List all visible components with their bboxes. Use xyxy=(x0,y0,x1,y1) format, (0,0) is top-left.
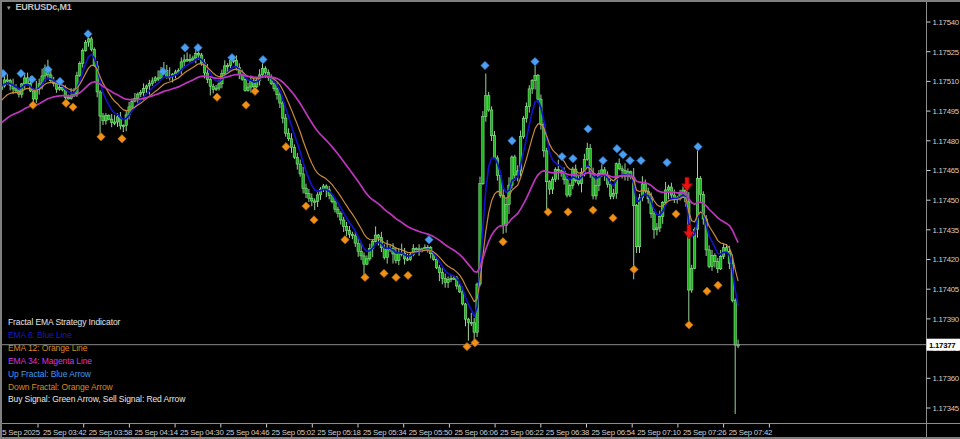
chart-title-bar: ▾ EURUSDc,M1 xyxy=(7,2,72,12)
down-fractal-marker xyxy=(62,99,70,107)
candle xyxy=(316,195,318,202)
candle xyxy=(569,186,571,196)
candle xyxy=(717,262,719,269)
candle xyxy=(464,304,466,319)
candle xyxy=(725,248,727,252)
candle xyxy=(354,236,356,243)
candle xyxy=(302,174,304,188)
legend-line-4: Up Fractal: Blue Arrow xyxy=(8,368,185,381)
price-axis-label: 1.17540 xyxy=(933,18,960,27)
candle xyxy=(299,164,301,174)
candle xyxy=(441,273,443,279)
candle xyxy=(467,319,469,322)
candle xyxy=(459,286,461,292)
candle xyxy=(609,184,611,196)
price-axis[interactable]: 1.175401.175251.175101.174951.174801.174… xyxy=(927,18,960,413)
down-fractal-marker xyxy=(672,210,680,218)
up-fractal-marker xyxy=(613,145,621,153)
symbol-period-label: EURUSDc,M1 xyxy=(16,2,72,12)
candle xyxy=(348,231,350,235)
time-axis[interactable]: 25 Sep 202525 Sep 03:4225 Sep 03:5825 Se… xyxy=(0,424,772,437)
candle xyxy=(6,80,8,81)
up-fractal-marker xyxy=(17,69,25,77)
candle xyxy=(140,92,142,94)
candle xyxy=(90,39,92,50)
candle xyxy=(514,157,516,175)
candle xyxy=(546,151,548,182)
candle xyxy=(293,148,295,158)
legend-line-1: EMA 6: Blue Line xyxy=(8,329,185,342)
candle xyxy=(343,220,345,226)
down-fractal-marker xyxy=(118,135,126,143)
candle xyxy=(720,256,722,269)
candle xyxy=(84,42,86,50)
price-axis-label: 1.17420 xyxy=(933,255,960,264)
candle xyxy=(145,86,147,88)
candle xyxy=(528,89,530,107)
time-axis-label: 25 Sep 04:46 xyxy=(226,428,269,437)
candle xyxy=(224,66,226,74)
price-axis-label: 1.17480 xyxy=(933,137,960,146)
candle xyxy=(450,278,452,279)
price-axis-label: 1.17360 xyxy=(933,374,960,383)
current-price-tag: 1.17377 xyxy=(927,339,960,351)
candle xyxy=(659,216,661,228)
down-fractal-marker xyxy=(685,321,693,329)
candle xyxy=(470,322,472,323)
down-fractal-marker xyxy=(361,273,369,281)
candle xyxy=(534,75,536,80)
up-fractal-marker xyxy=(619,150,627,158)
candle xyxy=(186,60,188,61)
down-fractal-marker xyxy=(69,103,77,111)
candle xyxy=(673,195,675,198)
candle xyxy=(67,98,69,99)
price-axis-label: 1.17495 xyxy=(933,107,960,116)
candle xyxy=(438,268,440,273)
candle xyxy=(586,148,588,159)
candle xyxy=(691,268,693,290)
candle xyxy=(311,198,313,201)
candle xyxy=(334,202,336,209)
down-fractal-marker xyxy=(499,238,507,246)
candle xyxy=(99,92,101,116)
candle xyxy=(406,259,408,260)
candle xyxy=(218,84,220,88)
down-fractal-marker xyxy=(341,236,349,244)
candle xyxy=(154,78,156,81)
time-axis-label: 25 Sep 04:14 xyxy=(134,428,178,437)
candle xyxy=(15,89,17,91)
candle xyxy=(447,279,449,282)
candle xyxy=(374,235,376,241)
candle xyxy=(345,226,347,230)
candle xyxy=(192,58,194,60)
candle xyxy=(87,39,89,42)
up-fractal-marker xyxy=(694,143,702,151)
down-fractal-marker xyxy=(213,93,221,101)
candle xyxy=(670,187,672,195)
up-fractal-marker xyxy=(481,61,489,69)
candle xyxy=(209,80,211,87)
candle xyxy=(490,110,492,136)
ema-line-12 xyxy=(2,64,739,302)
candle xyxy=(653,214,655,230)
candle xyxy=(621,169,623,171)
down-fractal-marker xyxy=(282,143,290,151)
down-fractal-marker xyxy=(703,287,711,295)
candle xyxy=(577,181,579,184)
down-fractal-marker xyxy=(463,342,471,350)
candle xyxy=(453,278,455,279)
candle xyxy=(244,79,246,90)
candle xyxy=(566,180,568,195)
symbol-menu-icon[interactable]: ▾ xyxy=(7,4,11,11)
candle xyxy=(113,122,115,123)
time-axis-label: 25 Sep 06:38 xyxy=(546,428,589,437)
candle xyxy=(282,103,284,118)
down-fractal-marker xyxy=(714,281,722,289)
candle xyxy=(537,75,539,99)
candle xyxy=(142,88,144,92)
candle xyxy=(314,201,316,202)
candle xyxy=(595,185,597,196)
price-axis-label: 1.17450 xyxy=(933,196,960,205)
candle xyxy=(485,96,487,117)
candle xyxy=(189,60,191,61)
